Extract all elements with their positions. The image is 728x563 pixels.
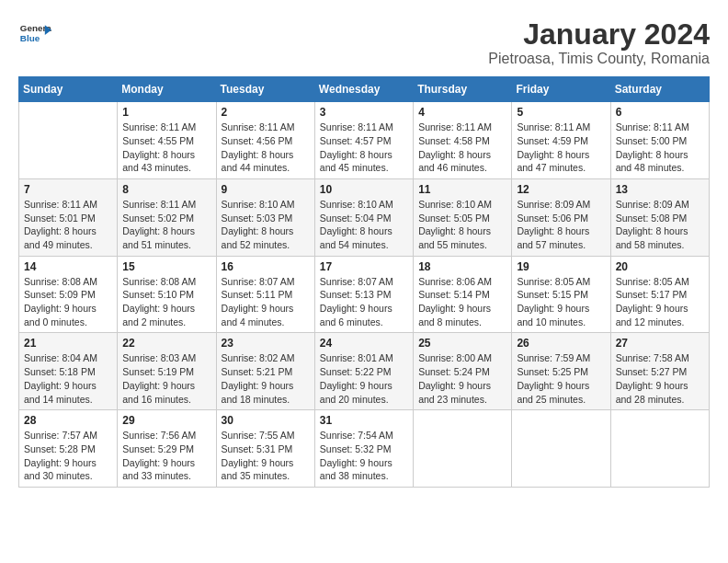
day-detail: Sunrise: 8:11 AMSunset: 4:55 PMDaylight:… xyxy=(122,121,210,175)
day-number: 11 xyxy=(418,183,506,196)
day-number: 19 xyxy=(517,260,605,273)
calendar-cell: 19Sunrise: 8:05 AMSunset: 5:15 PMDayligh… xyxy=(512,256,610,333)
day-number: 16 xyxy=(222,260,310,273)
calendar-table: Sunday Monday Tuesday Wednesday Thursday… xyxy=(18,76,710,488)
day-detail: Sunrise: 8:11 AMSunset: 4:58 PMDaylight:… xyxy=(418,121,506,175)
day-detail: Sunrise: 8:08 AMSunset: 5:10 PMDaylight:… xyxy=(122,275,210,329)
calendar-cell xyxy=(19,102,118,179)
day-number: 18 xyxy=(418,260,506,273)
calendar-title: January 2024 xyxy=(488,18,710,51)
day-detail: Sunrise: 8:11 AMSunset: 4:57 PMDaylight:… xyxy=(320,121,408,175)
calendar-cell: 24Sunrise: 8:01 AMSunset: 5:22 PMDayligh… xyxy=(314,333,413,410)
calendar-cell: 11Sunrise: 8:10 AMSunset: 5:05 PMDayligh… xyxy=(414,178,512,256)
calendar-cell: 15Sunrise: 8:08 AMSunset: 5:10 PMDayligh… xyxy=(118,256,216,333)
day-number: 20 xyxy=(616,260,704,273)
calendar-cell: 16Sunrise: 8:07 AMSunset: 5:11 PMDayligh… xyxy=(216,256,314,333)
calendar-cell: 13Sunrise: 8:09 AMSunset: 5:08 PMDayligh… xyxy=(610,178,709,256)
calendar-cell: 26Sunrise: 7:59 AMSunset: 5:25 PMDayligh… xyxy=(512,333,610,410)
day-number: 14 xyxy=(24,260,112,273)
header-wednesday: Wednesday xyxy=(314,77,413,102)
day-number: 6 xyxy=(616,106,704,119)
day-number: 23 xyxy=(222,337,310,350)
calendar-cell: 14Sunrise: 8:08 AMSunset: 5:09 PMDayligh… xyxy=(19,256,118,333)
day-number: 29 xyxy=(122,414,210,427)
page-header: General Blue January 2024 Pietroasa, Tim… xyxy=(18,18,710,67)
day-number: 28 xyxy=(24,414,112,427)
calendar-cell: 27Sunrise: 7:58 AMSunset: 5:27 PMDayligh… xyxy=(610,333,709,410)
calendar-cell xyxy=(414,410,512,488)
day-detail: Sunrise: 8:05 AMSunset: 5:15 PMDaylight:… xyxy=(517,275,605,329)
day-detail: Sunrise: 8:09 AMSunset: 5:08 PMDaylight:… xyxy=(616,198,704,252)
day-detail: Sunrise: 8:11 AMSunset: 5:01 PMDaylight:… xyxy=(24,198,112,252)
svg-text:Blue: Blue xyxy=(20,33,40,43)
day-number: 24 xyxy=(320,337,408,350)
day-detail: Sunrise: 8:01 AMSunset: 5:22 PMDaylight:… xyxy=(320,351,408,406)
calendar-cell: 21Sunrise: 8:04 AMSunset: 5:18 PMDayligh… xyxy=(19,333,118,410)
calendar-cell: 6Sunrise: 8:11 AMSunset: 5:00 PMDaylight… xyxy=(610,102,709,179)
day-detail: Sunrise: 8:05 AMSunset: 5:17 PMDaylight:… xyxy=(616,275,704,329)
day-detail: Sunrise: 8:07 AMSunset: 5:13 PMDaylight:… xyxy=(320,275,408,329)
calendar-week-row: 28Sunrise: 7:57 AMSunset: 5:28 PMDayligh… xyxy=(19,410,710,488)
day-number: 30 xyxy=(222,414,310,427)
calendar-cell xyxy=(610,410,709,488)
calendar-cell: 12Sunrise: 8:09 AMSunset: 5:06 PMDayligh… xyxy=(512,178,610,256)
day-detail: Sunrise: 7:57 AMSunset: 5:28 PMDaylight:… xyxy=(24,429,112,483)
calendar-cell: 23Sunrise: 8:02 AMSunset: 5:21 PMDayligh… xyxy=(216,333,314,410)
day-number: 1 xyxy=(122,106,210,119)
day-number: 17 xyxy=(320,260,408,273)
day-detail: Sunrise: 8:11 AMSunset: 5:00 PMDaylight:… xyxy=(616,121,704,175)
header-friday: Friday xyxy=(512,77,610,102)
title-block: January 2024 Pietroasa, Timis County, Ro… xyxy=(488,18,710,67)
calendar-cell: 5Sunrise: 8:11 AMSunset: 4:59 PMDaylight… xyxy=(512,102,610,179)
day-number: 9 xyxy=(222,183,310,196)
day-number: 3 xyxy=(320,106,408,119)
day-detail: Sunrise: 7:54 AMSunset: 5:32 PMDaylight:… xyxy=(320,429,408,483)
day-detail: Sunrise: 8:11 AMSunset: 4:59 PMDaylight:… xyxy=(517,121,605,175)
day-detail: Sunrise: 8:02 AMSunset: 5:21 PMDaylight:… xyxy=(222,351,310,406)
day-number: 21 xyxy=(24,337,112,350)
calendar-week-row: 1Sunrise: 8:11 AMSunset: 4:55 PMDaylight… xyxy=(19,102,710,179)
day-detail: Sunrise: 7:59 AMSunset: 5:25 PMDaylight:… xyxy=(517,351,605,406)
day-number: 7 xyxy=(24,183,112,196)
day-number: 27 xyxy=(616,337,704,350)
day-detail: Sunrise: 8:03 AMSunset: 5:19 PMDaylight:… xyxy=(122,351,210,406)
header-saturday: Saturday xyxy=(610,77,709,102)
day-detail: Sunrise: 8:11 AMSunset: 5:02 PMDaylight:… xyxy=(122,198,210,252)
day-detail: Sunrise: 8:04 AMSunset: 5:18 PMDaylight:… xyxy=(24,351,112,406)
day-number: 2 xyxy=(222,106,310,119)
day-detail: Sunrise: 8:09 AMSunset: 5:06 PMDaylight:… xyxy=(517,198,605,252)
logo-icon: General Blue xyxy=(18,18,51,52)
calendar-week-row: 14Sunrise: 8:08 AMSunset: 5:09 PMDayligh… xyxy=(19,256,710,333)
day-number: 15 xyxy=(122,260,210,273)
calendar-cell: 4Sunrise: 8:11 AMSunset: 4:58 PMDaylight… xyxy=(414,102,512,179)
calendar-week-row: 7Sunrise: 8:11 AMSunset: 5:01 PMDaylight… xyxy=(19,178,710,256)
calendar-week-row: 21Sunrise: 8:04 AMSunset: 5:18 PMDayligh… xyxy=(19,333,710,410)
header-sunday: Sunday xyxy=(19,77,118,102)
day-detail: Sunrise: 8:00 AMSunset: 5:24 PMDaylight:… xyxy=(418,351,506,406)
calendar-cell: 29Sunrise: 7:56 AMSunset: 5:29 PMDayligh… xyxy=(118,410,216,488)
calendar-cell: 2Sunrise: 8:11 AMSunset: 4:56 PMDaylight… xyxy=(216,102,314,179)
day-detail: Sunrise: 8:10 AMSunset: 5:04 PMDaylight:… xyxy=(320,198,408,252)
day-detail: Sunrise: 8:06 AMSunset: 5:14 PMDaylight:… xyxy=(418,275,506,329)
day-detail: Sunrise: 8:10 AMSunset: 5:03 PMDaylight:… xyxy=(222,198,310,252)
day-detail: Sunrise: 8:07 AMSunset: 5:11 PMDaylight:… xyxy=(222,275,310,329)
calendar-cell: 22Sunrise: 8:03 AMSunset: 5:19 PMDayligh… xyxy=(118,333,216,410)
calendar-cell xyxy=(512,410,610,488)
day-number: 8 xyxy=(122,183,210,196)
calendar-cell: 9Sunrise: 8:10 AMSunset: 5:03 PMDaylight… xyxy=(216,178,314,256)
day-number: 31 xyxy=(320,414,408,427)
calendar-cell: 20Sunrise: 8:05 AMSunset: 5:17 PMDayligh… xyxy=(610,256,709,333)
header-thursday: Thursday xyxy=(414,77,512,102)
day-detail: Sunrise: 7:58 AMSunset: 5:27 PMDaylight:… xyxy=(616,351,704,406)
day-detail: Sunrise: 7:55 AMSunset: 5:31 PMDaylight:… xyxy=(222,429,310,483)
day-number: 12 xyxy=(517,183,605,196)
calendar-subtitle: Pietroasa, Timis County, Romania xyxy=(488,51,710,67)
header-monday: Monday xyxy=(118,77,216,102)
day-number: 4 xyxy=(418,106,506,119)
calendar-cell: 8Sunrise: 8:11 AMSunset: 5:02 PMDaylight… xyxy=(118,178,216,256)
day-number: 5 xyxy=(517,106,605,119)
calendar-cell: 10Sunrise: 8:10 AMSunset: 5:04 PMDayligh… xyxy=(314,178,413,256)
calendar-header-row: Sunday Monday Tuesday Wednesday Thursday… xyxy=(19,77,710,102)
day-number: 13 xyxy=(616,183,704,196)
day-detail: Sunrise: 8:08 AMSunset: 5:09 PMDaylight:… xyxy=(24,275,112,329)
